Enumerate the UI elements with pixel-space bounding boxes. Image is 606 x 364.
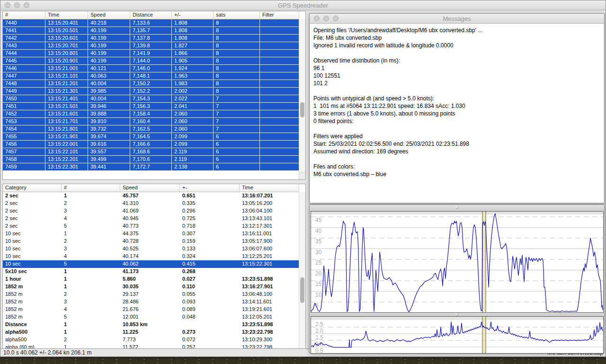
table-row[interactable]: alpha500111.2250.27313:23:22.798 — [3, 328, 299, 336]
splitter-handle[interactable] — [455, 313, 458, 316]
messages-log[interactable]: Opening files '/Users/andrewdaff/Desktop… — [310, 24, 604, 203]
table-row[interactable]: 745013:15:21.40140.0047,154.32.0227 — [3, 95, 299, 103]
table-cell: 10 sec — [3, 245, 62, 253]
table-row[interactable]: 744613:15:21.00140.1217,146.01.9248 — [3, 65, 299, 72]
table-row[interactable]: 2 sec341.0690.29613:06:04.100 — [3, 207, 299, 215]
table-row[interactable]: 10 sec144.3750.30713:16:11.001 — [3, 230, 299, 238]
column-header[interactable]: sats — [214, 11, 260, 19]
table-cell: 13:15:21.701 — [45, 118, 88, 125]
table-row[interactable]: Distance110.853 km13:23:51.898 — [3, 321, 299, 328]
column-header[interactable]: Time — [45, 11, 88, 19]
scrollbar-thumb[interactable] — [300, 102, 304, 117]
table-row[interactable]: 745713:15:22.10139.5577,168.62.1196 — [3, 148, 299, 156]
zoom-button[interactable] — [24, 2, 29, 8]
zoom-button[interactable] — [333, 16, 339, 21]
table-row[interactable]: 744113:15:20.50140.1997,135.71.8088 — [3, 27, 299, 35]
table-row[interactable]: 745213:15:21.60139.8887,158.42.0607 — [3, 110, 299, 118]
column-header[interactable]: +/- — [172, 11, 214, 19]
table-row[interactable]: 2 sec440.9450.72513:13:43.101 — [3, 215, 299, 222]
accuracy-chart[interactable]: 2.52.01.51.00.5 — [311, 316, 604, 354]
table-row[interactable]: 5x10 sec141.1730.268 — [3, 268, 299, 275]
table-cell: 2.119 — [172, 156, 214, 163]
table-cell: 7.773 — [120, 336, 180, 344]
table-cell: Distance — [3, 321, 62, 328]
table-row[interactable]: 1852 m421.6760.08913:19:21.601 — [3, 306, 299, 313]
column-header[interactable]: Speed — [88, 11, 130, 19]
table-row[interactable]: 10 sec240.7280.15913:05:17.900 — [3, 238, 299, 245]
table-row[interactable]: 744713:15:21.10140.0637,148.11.9638 — [3, 72, 299, 80]
column-header[interactable]: Category — [3, 184, 62, 192]
table-row[interactable]: 1 hour15.8600.02713:23:51.898 — [3, 275, 299, 283]
table-cell: 1 — [62, 283, 120, 291]
chart-divider[interactable] — [310, 313, 604, 316]
table-cell: 2 sec — [3, 222, 62, 230]
table-row[interactable]: 744213:15:20.60140.1997,137.81.8088 — [3, 35, 299, 42]
main-titlebar[interactable]: GPS Speedreader — [0, 0, 606, 10]
table-row[interactable]: 744513:15:20.90140.1997,144.01.9058 — [3, 57, 299, 65]
table-cell: 1.905 — [172, 57, 214, 65]
column-header[interactable]: +- — [180, 184, 240, 192]
table-row[interactable]: 745913:15:22.30139.4417,172.72.1386 — [3, 163, 299, 171]
table-cell: 11.225 — [120, 328, 180, 336]
results-table-scrollbar[interactable] — [299, 192, 305, 349]
table-cell: 1.827 — [172, 42, 214, 50]
table-row[interactable]: 2 sec145.7570.65113:16:07.201 — [3, 192, 299, 200]
table-row[interactable]: 2 sec540.7730.71813:12:17.301 — [3, 222, 299, 230]
table-row[interactable]: 744913:15:21.30139.9857,152.22.0028 — [3, 88, 299, 95]
table-row[interactable]: 745613:15:22.00139.6167,166.62.0996 — [3, 141, 299, 148]
table-cell: 13:12:05.201 — [240, 313, 299, 321]
column-header[interactable]: # — [62, 184, 120, 192]
table-row[interactable]: 10 sec540.0620.41513:15:22.301 — [3, 260, 299, 268]
table-row[interactable]: 744013:15:20.40140.2187,133.61.8088 — [3, 19, 299, 27]
table-cell — [260, 148, 299, 156]
table-row[interactable]: 1852 m328.4860.09313:14:11.601 — [3, 298, 299, 306]
table-row[interactable]: 745513:15:21.90139.6747,164.52.0996 — [3, 133, 299, 141]
column-header[interactable]: # — [3, 11, 45, 19]
table-cell: 2.138 — [172, 163, 214, 171]
table-cell: 1.808 — [172, 19, 214, 27]
splitter-handle[interactable] — [455, 206, 458, 209]
table-row[interactable]: 2 sec241.3100.33513:05:16.200 — [3, 200, 299, 207]
table-row[interactable]: 745413:15:21.80139.7327,162.52.0607 — [3, 125, 299, 133]
table-cell: 1852 m — [3, 313, 62, 321]
messages-titlebar[interactable]: Messages — [310, 14, 604, 24]
table-row[interactable]: 744813:15:21.20140.0047,150.21.9838 — [3, 80, 299, 88]
table-cell — [260, 133, 299, 141]
table-cell: 39.616 — [88, 141, 130, 148]
table-row[interactable]: alpha50027.7730.07213:10:29.300 — [3, 336, 299, 344]
table-row[interactable]: 10 sec340.5250.13313:06:07.600 — [3, 245, 299, 253]
close-button[interactable] — [5, 2, 10, 8]
table-cell: 7,141.9 — [130, 50, 172, 57]
column-header[interactable]: Distance — [130, 11, 172, 19]
table-row[interactable]: 744313:15:20.70140.1997,139.81.8278 — [3, 42, 299, 50]
table-row[interactable]: 1852 m130.0350.11013:16:27.901 — [3, 283, 299, 291]
table-row[interactable]: 10 sec440.1740.32413:12:25.201 — [3, 253, 299, 260]
chart-trace — [311, 322, 603, 347]
table-row[interactable]: 1852 m512.0010.04813:12:05.201 — [3, 313, 299, 321]
minimize-button[interactable] — [14, 2, 20, 8]
table-cell: 7,133.6 — [130, 19, 172, 27]
table-row[interactable]: 745113:15:21.50139.9467,156.32.0417 — [3, 103, 299, 110]
scrollbar-thumb[interactable] — [300, 277, 304, 303]
table-cell: 3 — [62, 245, 120, 253]
points-table-scrollbar[interactable] — [299, 19, 305, 179]
table-row[interactable]: 744413:15:20.80140.1997,141.91.8668 — [3, 50, 299, 57]
messages-window: Messages Opening files '/Users/andrewdaf… — [309, 13, 605, 204]
table-cell: 10 sec — [3, 253, 62, 260]
table-cell: 13:16:07.201 — [240, 192, 299, 200]
close-button[interactable] — [314, 16, 320, 21]
table-cell — [260, 95, 299, 103]
table-cell: 1 — [62, 268, 120, 275]
column-header[interactable]: Time — [240, 184, 299, 192]
column-header[interactable]: Filter — [260, 11, 299, 19]
table-row[interactable]: 745313:15:21.70139.8107,160.42.0607 — [3, 118, 299, 125]
table-cell: 8 — [214, 42, 260, 50]
table-row[interactable]: 745813:15:22.20139.4997,170.62.1196 — [3, 156, 299, 163]
column-header[interactable]: Speed — [120, 184, 180, 192]
y-tick-label: 25 — [315, 259, 322, 266]
minimize-button[interactable] — [323, 16, 329, 21]
speed-chart[interactable]: 45403530252015105 — [311, 211, 604, 313]
table-cell: 13:15:20.801 — [45, 50, 88, 57]
message-line — [313, 155, 604, 163]
table-row[interactable]: 1852 m229.1370.05513:06:48.100 — [3, 291, 299, 298]
